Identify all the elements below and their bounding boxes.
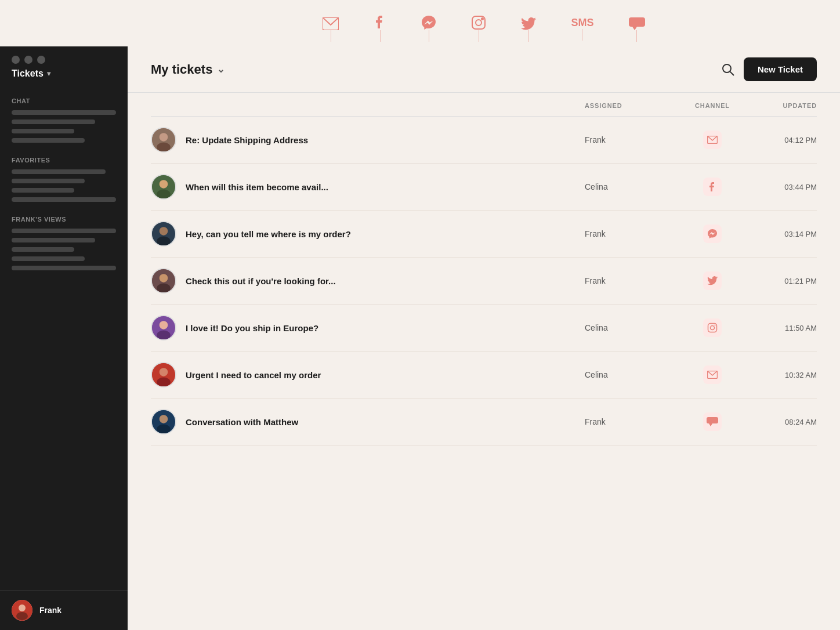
- svg-point-2: [476, 20, 481, 26]
- table-row[interactable]: Conversation with Matthew Frank 08:24 AM: [151, 399, 817, 446]
- page-title[interactable]: My tickets ⌄: [151, 62, 225, 77]
- chat-nav-item[interactable]: [12, 129, 74, 133]
- ticket-channel: [678, 131, 747, 149]
- svg-rect-4: [629, 17, 645, 27]
- minimize-button[interactable]: [24, 56, 32, 64]
- email-icon: [703, 131, 722, 149]
- table-row[interactable]: Hey, can you tell me where is my order? …: [151, 211, 817, 258]
- ticket-info: Check this out if you're looking for...: [151, 268, 585, 294]
- close-button[interactable]: [12, 56, 20, 64]
- col-updated: UPDATED: [747, 102, 817, 109]
- email-icon: [703, 365, 722, 384]
- ticket-assigned: Celina: [585, 370, 678, 379]
- user-avatar[interactable]: [12, 600, 32, 621]
- instagram-channel-icon[interactable]: [471, 15, 486, 42]
- favorites-section-title: FAVORITES: [12, 157, 116, 164]
- frank-view-item[interactable]: [12, 238, 95, 242]
- svg-point-25: [160, 321, 168, 330]
- favorites-nav-item[interactable]: [12, 169, 106, 174]
- ticket-updated: 08:24 AM: [747, 418, 817, 426]
- table-header: ASSIGNED CHANNEL UPDATED: [151, 93, 817, 117]
- ticket-updated: 04:12 PM: [747, 136, 817, 144]
- ticket-assigned: Celina: [585, 323, 678, 332]
- messenger-icon: [703, 225, 722, 243]
- favorites-nav-item[interactable]: [12, 197, 116, 202]
- ticket-rows: Re: Update Shipping Address Frank 04:12 …: [151, 117, 817, 446]
- svg-point-20: [157, 237, 171, 246]
- sidebar-section-chat: CHAT: [0, 88, 128, 147]
- channel-bar: SMS: [0, 0, 840, 46]
- ticket-assigned: Frank: [585, 276, 678, 285]
- svg-point-13: [157, 143, 171, 152]
- table-row[interactable]: Urgent I need to cancel my order Celina …: [151, 352, 817, 399]
- frank-view-item[interactable]: [12, 247, 74, 252]
- frank-view-item[interactable]: [12, 229, 116, 233]
- frank-views-section-title: FRANK'S VIEWS: [12, 216, 116, 223]
- instagram-icon: [703, 318, 722, 337]
- frank-view-item[interactable]: [12, 256, 85, 261]
- frank-view-item[interactable]: [12, 266, 116, 270]
- header-actions: New Ticket: [722, 57, 817, 81]
- table-row[interactable]: Check this out if you're looking for... …: [151, 258, 817, 305]
- ticket-channel: [678, 271, 747, 290]
- sidebar-chevron-icon: ▾: [47, 70, 50, 78]
- sidebar-tickets-label: Tickets: [12, 68, 44, 79]
- chat-nav-item[interactable]: [12, 110, 116, 115]
- chat-channel-icon[interactable]: [629, 17, 645, 42]
- ticket-avatar: [151, 362, 176, 388]
- ticket-channel: [678, 178, 747, 196]
- maximize-button[interactable]: [37, 56, 45, 64]
- sidebar: Tickets ▾ CHAT FAVORITES FRA: [0, 46, 128, 630]
- ticket-updated: 03:14 PM: [747, 230, 817, 238]
- svg-point-22: [160, 274, 168, 283]
- sms-channel-icon[interactable]: SMS: [571, 17, 593, 42]
- svg-point-23: [157, 284, 171, 293]
- ticket-channel: [678, 225, 747, 243]
- svg-point-28: [711, 326, 715, 330]
- chat-nav-item[interactable]: [12, 120, 95, 124]
- ticket-subject: Re: Update Shipping Address: [186, 135, 308, 145]
- email-channel-icon[interactable]: [323, 17, 339, 42]
- svg-point-35: [160, 415, 168, 423]
- ticket-subject: When will this item become avail...: [186, 182, 328, 192]
- ticket-channel: [678, 318, 747, 337]
- sidebar-nav-tickets[interactable]: Tickets ▾: [0, 68, 128, 79]
- ticket-subject: I love it! Do you ship in Europe?: [186, 323, 318, 333]
- search-button[interactable]: [722, 63, 734, 76]
- ticket-subject: Conversation with Matthew: [186, 417, 298, 427]
- twitter-channel-icon[interactable]: [521, 17, 536, 42]
- content-header: My tickets ⌄ New Ticket: [128, 46, 840, 93]
- ticket-assigned: Frank: [585, 417, 678, 426]
- svg-point-8: [16, 612, 28, 620]
- svg-point-16: [160, 180, 168, 189]
- svg-marker-5: [632, 27, 637, 30]
- table-row[interactable]: Re: Update Shipping Address Frank 04:12 …: [151, 117, 817, 164]
- table-row[interactable]: I love it! Do you ship in Europe? Celina…: [151, 305, 817, 352]
- chat-icon: [703, 412, 722, 431]
- svg-point-36: [157, 425, 171, 434]
- sidebar-footer: Frank: [0, 590, 128, 630]
- svg-point-3: [481, 18, 483, 20]
- facebook-channel-icon[interactable]: [374, 15, 386, 42]
- facebook-icon: [703, 178, 722, 196]
- favorites-nav-item[interactable]: [12, 188, 74, 193]
- ticket-info: Conversation with Matthew: [151, 409, 585, 435]
- new-ticket-button[interactable]: New Ticket: [744, 57, 817, 81]
- chat-section-title: CHAT: [12, 97, 116, 104]
- frank-views-nav-items: [12, 229, 116, 270]
- svg-point-17: [157, 190, 171, 199]
- ticket-info: Hey, can you tell me where is my order?: [151, 221, 585, 247]
- svg-point-19: [160, 227, 168, 236]
- ticket-updated: 03:44 PM: [747, 183, 817, 191]
- chat-nav-item[interactable]: [12, 138, 85, 143]
- ticket-info: I love it! Do you ship in Europe?: [151, 315, 585, 341]
- svg-rect-27: [708, 324, 717, 332]
- svg-point-12: [160, 133, 168, 142]
- ticket-avatar: [151, 127, 176, 153]
- favorites-nav-item[interactable]: [12, 179, 85, 183]
- table-row[interactable]: When will this item become avail... Celi…: [151, 164, 817, 211]
- messenger-channel-icon[interactable]: [421, 15, 436, 42]
- ticket-info: Urgent I need to cancel my order: [151, 362, 585, 388]
- ticket-subject: Urgent I need to cancel my order: [186, 370, 321, 380]
- svg-rect-37: [707, 417, 718, 423]
